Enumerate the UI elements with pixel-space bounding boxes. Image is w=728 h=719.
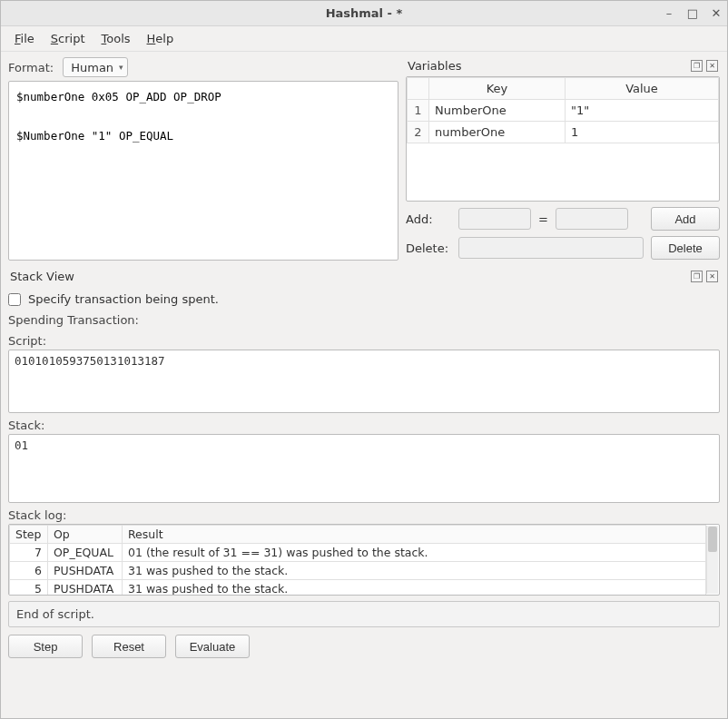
menu-file[interactable]: File bbox=[15, 32, 34, 45]
log-step: 5 bbox=[10, 580, 48, 596]
maximize-icon[interactable]: □ bbox=[687, 8, 698, 19]
row-value[interactable]: 1 bbox=[566, 122, 719, 143]
script-output[interactable]: 0101010593750131013187 bbox=[8, 350, 720, 413]
stacklog-table: Step Op Result 7 OP_EQUAL 01 (the result… bbox=[9, 525, 706, 596]
delete-row: Delete: Delete bbox=[406, 236, 720, 260]
bottom-buttons: Step Reset Evaluate bbox=[8, 635, 720, 658]
variables-table-wrap: Key Value 1 NumberOne "1" 2 numberOne 1 bbox=[406, 76, 720, 202]
add-button[interactable]: Add bbox=[651, 207, 720, 231]
spending-label: Spending Transaction: bbox=[8, 313, 720, 327]
variables-pane: Variables ❐ ✕ Key Value 1 bbox=[406, 57, 720, 261]
row-key[interactable]: NumberOne bbox=[429, 100, 566, 122]
log-step: 7 bbox=[10, 544, 48, 562]
log-op: OP_EQUAL bbox=[48, 544, 123, 562]
variables-header: Variables ❐ ✕ bbox=[406, 57, 720, 76]
editor-pane: Format: Human ▾ bbox=[8, 57, 398, 261]
step-button[interactable]: Step bbox=[8, 635, 83, 658]
specify-tx-row: Specify transaction being spent. bbox=[8, 292, 720, 306]
close-icon[interactable]: ✕ bbox=[711, 8, 722, 19]
table-row[interactable]: 1 NumberOne "1" bbox=[408, 100, 719, 122]
format-label: Format: bbox=[8, 61, 54, 74]
row-key[interactable]: numberOne bbox=[429, 122, 566, 143]
table-row[interactable]: 5 PUSHDATA 31 was pushed to the stack. bbox=[10, 580, 706, 596]
delete-label: Delete: bbox=[406, 241, 451, 255]
table-row[interactable]: 2 numberOne 1 bbox=[408, 122, 719, 143]
close-panel-icon[interactable]: ✕ bbox=[706, 271, 718, 282]
stacklog-wrap: Step Op Result 7 OP_EQUAL 01 (the result… bbox=[8, 524, 720, 596]
log-header-op[interactable]: Op bbox=[48, 526, 123, 544]
detach-icon[interactable]: ❐ bbox=[691, 60, 703, 72]
table-row[interactable]: 6 PUSHDATA 31 was pushed to the stack. bbox=[10, 562, 706, 580]
app-window: Hashmal - * – □ ✕ File Script Tools Help… bbox=[0, 0, 728, 719]
minimize-icon[interactable]: – bbox=[664, 8, 674, 19]
scrollbar-thumb[interactable] bbox=[708, 527, 717, 552]
top-row: Format: Human ▾ Variables ❐ ✕ bbox=[8, 57, 720, 261]
specify-tx-label: Specify transaction being spent. bbox=[28, 292, 219, 306]
format-combo-value: Human bbox=[71, 61, 113, 74]
log-op: PUSHDATA bbox=[48, 562, 123, 580]
delete-input[interactable] bbox=[458, 237, 644, 259]
stack-view-pane: Stack View ❐ ✕ Specify transaction being… bbox=[8, 268, 720, 658]
log-step: 6 bbox=[10, 562, 48, 580]
add-label: Add: bbox=[406, 212, 451, 226]
vartable-corner bbox=[408, 78, 429, 100]
row-index: 2 bbox=[408, 122, 429, 143]
stack-label: Stack: bbox=[8, 419, 720, 432]
variables-label: Variables bbox=[408, 59, 461, 73]
stackview-label: Stack View bbox=[10, 270, 74, 283]
vartable-header-key[interactable]: Key bbox=[429, 78, 566, 100]
window-controls: – □ ✕ bbox=[664, 8, 722, 19]
log-header-result[interactable]: Result bbox=[123, 526, 706, 544]
menu-help[interactable]: Help bbox=[147, 32, 174, 45]
delete-button[interactable]: Delete bbox=[651, 236, 720, 260]
reset-button[interactable]: Reset bbox=[92, 635, 166, 658]
add-value-input[interactable] bbox=[556, 208, 628, 230]
stacklog-label: Stack log: bbox=[8, 508, 720, 522]
stack-output[interactable]: 01 bbox=[8, 434, 720, 503]
stack-output-text: 01 bbox=[15, 438, 28, 452]
detach-icon[interactable]: ❐ bbox=[691, 271, 703, 282]
content-area: Format: Human ▾ Variables ❐ ✕ bbox=[1, 52, 727, 718]
table-row[interactable]: 7 OP_EQUAL 01 (the result of 31 == 31) w… bbox=[10, 544, 706, 562]
close-panel-icon[interactable]: ✕ bbox=[706, 60, 718, 72]
row-value[interactable]: "1" bbox=[566, 100, 719, 122]
menu-script[interactable]: Script bbox=[51, 32, 85, 45]
chevron-down-icon: ▾ bbox=[119, 63, 123, 72]
format-row: Format: Human ▾ bbox=[8, 57, 398, 77]
row-index: 1 bbox=[408, 100, 429, 122]
menubar: File Script Tools Help bbox=[1, 26, 727, 52]
log-result: 31 was pushed to the stack. bbox=[123, 562, 706, 580]
script-label: Script: bbox=[8, 334, 720, 348]
menu-tools[interactable]: Tools bbox=[102, 32, 131, 45]
log-header-step[interactable]: Step bbox=[10, 526, 48, 544]
log-op: PUSHDATA bbox=[48, 580, 123, 596]
window-title: Hashmal - * bbox=[1, 6, 727, 20]
evaluate-button[interactable]: Evaluate bbox=[175, 635, 250, 658]
titlebar: Hashmal - * – □ ✕ bbox=[1, 1, 727, 26]
format-combo[interactable]: Human ▾ bbox=[63, 57, 127, 77]
stackview-header: Stack View ❐ ✕ bbox=[8, 268, 720, 287]
add-row: Add: = Add bbox=[406, 207, 720, 231]
vartable-header-value[interactable]: Value bbox=[566, 78, 719, 100]
add-key-input[interactable] bbox=[458, 208, 531, 230]
log-result: 01 (the result of 31 == 31) was pushed t… bbox=[123, 544, 706, 562]
script-output-text: 0101010593750131013187 bbox=[15, 354, 165, 368]
log-scrollbar[interactable] bbox=[706, 526, 718, 594]
specify-tx-checkbox[interactable] bbox=[8, 293, 21, 306]
equals-label: = bbox=[538, 212, 548, 226]
status-bar: End of script. bbox=[8, 601, 720, 627]
script-editor[interactable] bbox=[8, 81, 398, 261]
variables-table: Key Value 1 NumberOne "1" 2 numberOne 1 bbox=[407, 77, 719, 143]
log-result: 31 was pushed to the stack. bbox=[123, 580, 706, 596]
